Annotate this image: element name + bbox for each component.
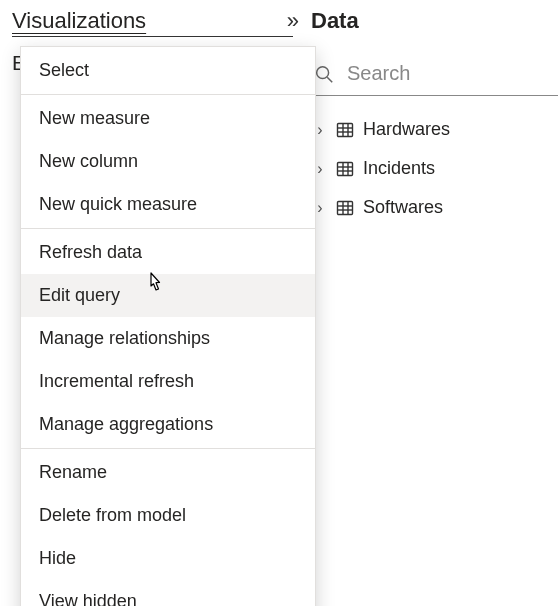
svg-line-1 — [327, 77, 332, 82]
table-row[interactable]: ›Hardwares — [311, 110, 552, 149]
context-menu-item[interactable]: View hidden — [21, 580, 315, 606]
visualizations-title: Visualizations — [12, 8, 146, 34]
table-row[interactable]: ›Softwares — [311, 188, 552, 227]
search-icon — [313, 63, 335, 85]
svg-rect-2 — [338, 123, 353, 136]
context-menu-item[interactable]: Edit query — [21, 274, 315, 317]
search-input[interactable] — [347, 62, 558, 85]
context-menu-item[interactable]: New column — [21, 140, 315, 183]
context-menu: SelectNew measureNew columnNew quick mea… — [20, 46, 316, 606]
svg-point-0 — [317, 66, 329, 78]
table-label: Softwares — [363, 197, 443, 218]
menu-separator — [21, 94, 315, 95]
tables-tree: ›Hardwares›Incidents›Softwares — [305, 96, 558, 227]
table-row[interactable]: ›Incidents — [311, 149, 552, 188]
table-icon — [335, 120, 355, 140]
collapse-chevron-icon[interactable]: » — [287, 8, 293, 34]
data-search[interactable] — [305, 52, 558, 96]
context-menu-item[interactable]: New quick measure — [21, 183, 315, 226]
context-menu-item[interactable]: Incremental refresh — [21, 360, 315, 403]
context-menu-item[interactable]: New measure — [21, 97, 315, 140]
context-menu-item[interactable]: Hide — [21, 537, 315, 580]
table-icon — [335, 198, 355, 218]
svg-rect-7 — [338, 162, 353, 175]
context-menu-item[interactable]: Manage aggregations — [21, 403, 315, 446]
menu-separator — [21, 448, 315, 449]
context-menu-item[interactable]: Manage relationships — [21, 317, 315, 360]
context-menu-item[interactable]: Select — [21, 49, 315, 92]
context-menu-item[interactable]: Refresh data — [21, 231, 315, 274]
menu-separator — [21, 228, 315, 229]
data-panel: Data ›Hardwares›Incidents›Softwares — [305, 0, 558, 606]
table-icon — [335, 159, 355, 179]
data-title: Data — [305, 8, 558, 40]
context-menu-item[interactable]: Rename — [21, 451, 315, 494]
table-label: Incidents — [363, 158, 435, 179]
svg-rect-12 — [338, 201, 353, 214]
table-label: Hardwares — [363, 119, 450, 140]
context-menu-item[interactable]: Delete from model — [21, 494, 315, 537]
